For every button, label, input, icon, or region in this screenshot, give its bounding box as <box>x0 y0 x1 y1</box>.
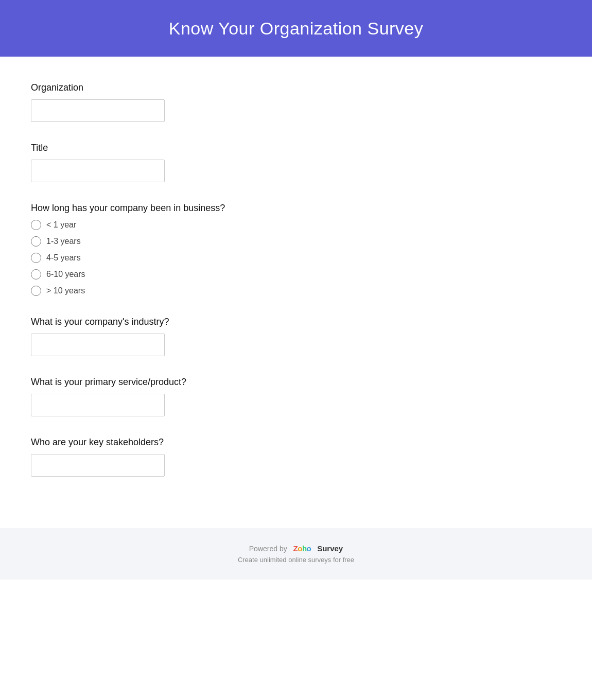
page-footer: Powered by Zoho Survey Create unlimited … <box>0 528 592 580</box>
business-duration-group: How long has your company been in busine… <box>31 203 561 296</box>
industry-label: What is your company's industry? <box>31 317 561 327</box>
title-group: Title <box>31 143 561 182</box>
radio-option-less-1-year[interactable]: < 1 year <box>31 220 561 230</box>
primary-service-input[interactable] <box>31 394 165 416</box>
survey-text: Survey <box>317 544 343 553</box>
radio-less-1-year[interactable] <box>31 220 41 230</box>
organization-label: Organization <box>31 82 561 93</box>
radio-label-4-5-years: 4-5 years <box>46 253 81 262</box>
radio-option-1-3-years[interactable]: 1-3 years <box>31 236 561 247</box>
radio-option-4-5-years[interactable]: 4-5 years <box>31 253 561 263</box>
radio-1-3-years[interactable] <box>31 236 41 247</box>
form-body: Organization Title How long has your com… <box>0 57 592 528</box>
page-title: Know Your Organization Survey <box>169 19 424 39</box>
radio-label-6-10-years: 6-10 years <box>46 270 85 279</box>
page-header: Know Your Organization Survey <box>0 0 592 57</box>
zoho-o2: o <box>307 544 311 553</box>
organization-input[interactable] <box>31 99 165 122</box>
industry-input[interactable] <box>31 334 165 356</box>
radio-label-less-1-year: < 1 year <box>46 220 76 230</box>
business-duration-radio-group: < 1 year 1-3 years 4-5 years 6-10 years … <box>31 220 561 296</box>
organization-group: Organization <box>31 82 561 122</box>
zoho-logo: Zoho <box>293 544 311 553</box>
title-input[interactable] <box>31 160 165 182</box>
footer-tagline: Create unlimited online surveys for free <box>238 556 354 564</box>
key-stakeholders-group: Who are your key stakeholders? <box>31 437 561 477</box>
radio-option-6-10-years[interactable]: 6-10 years <box>31 269 561 279</box>
powered-by-line: Powered by Zoho Survey <box>249 544 343 553</box>
zoho-h: h <box>302 544 307 553</box>
title-label: Title <box>31 143 561 153</box>
industry-group: What is your company's industry? <box>31 317 561 356</box>
zoho-z: Z <box>293 544 298 553</box>
key-stakeholders-input[interactable] <box>31 454 165 477</box>
business-duration-label: How long has your company been in busine… <box>31 203 561 214</box>
primary-service-label: What is your primary service/product? <box>31 377 561 388</box>
radio-4-5-years[interactable] <box>31 253 41 263</box>
radio-option-gt-10-years[interactable]: > 10 years <box>31 286 561 296</box>
radio-gt-10-years[interactable] <box>31 286 41 296</box>
key-stakeholders-label: Who are your key stakeholders? <box>31 437 561 448</box>
radio-label-1-3-years: 1-3 years <box>46 237 81 246</box>
zoho-o1: o <box>298 544 302 553</box>
powered-by-text: Powered by <box>249 545 287 553</box>
radio-label-gt-10-years: > 10 years <box>46 286 85 295</box>
primary-service-group: What is your primary service/product? <box>31 377 561 416</box>
radio-6-10-years[interactable] <box>31 269 41 279</box>
